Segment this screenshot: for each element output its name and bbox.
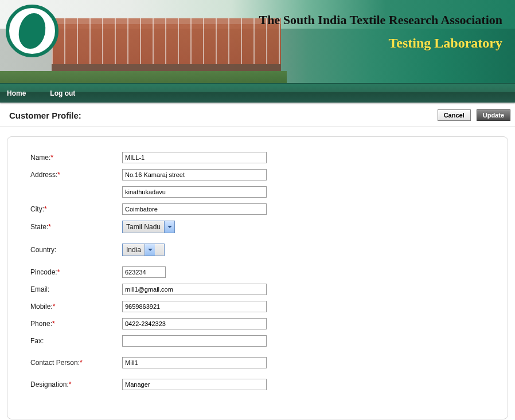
nav-logout[interactable]: Log out <box>50 89 87 97</box>
label-email: Email: <box>30 285 122 293</box>
pincode-input[interactable] <box>122 266 166 278</box>
page-title: Customer Profile: <box>9 111 81 120</box>
chevron-down-icon <box>164 221 174 233</box>
org-subtitle: Testing Laboratory <box>389 36 502 51</box>
address2-input[interactable] <box>122 186 267 198</box>
nav-home[interactable]: Home <box>7 89 37 97</box>
label-name: Name:* <box>30 154 122 162</box>
email-input[interactable] <box>122 284 267 295</box>
country-value: India <box>126 246 141 254</box>
state-select[interactable]: Tamil Nadu <box>122 221 175 233</box>
label-designation: Designation:* <box>30 380 122 388</box>
chevron-down-icon <box>145 244 155 256</box>
designation-input[interactable] <box>122 379 267 390</box>
logo-mark <box>17 13 48 49</box>
fax-input[interactable] <box>122 335 267 347</box>
page-title-row: Customer Profile: Cancel Update <box>0 103 515 127</box>
form-panel: Name:* Address:* City:* State:* Tamil Na… <box>7 136 508 419</box>
label-pincode: Pincode:* <box>30 268 122 276</box>
update-button[interactable]: Update <box>477 109 510 121</box>
country-select[interactable]: India <box>122 244 165 256</box>
label-city: City:* <box>30 205 122 213</box>
label-address: Address:* <box>30 171 122 179</box>
address1-input[interactable] <box>122 169 267 180</box>
label-state: State:* <box>30 223 122 231</box>
cancel-button[interactable]: Cancel <box>438 109 471 121</box>
label-fax: Fax: <box>30 337 122 345</box>
org-title: The South India Textile Research Associa… <box>259 13 502 28</box>
header-banner: The South India Textile Research Associa… <box>0 0 515 84</box>
label-phone: Phone:* <box>30 320 122 328</box>
name-input[interactable] <box>122 152 267 163</box>
state-value: Tamil Nadu <box>126 223 161 231</box>
label-mobile: Mobile:* <box>30 303 122 311</box>
label-contact: Contact Person:* <box>30 359 122 367</box>
action-buttons: Cancel Update <box>438 109 510 121</box>
contact-input[interactable] <box>122 357 267 368</box>
city-input[interactable] <box>122 203 267 215</box>
phone-input[interactable] <box>122 318 267 329</box>
main-nav: Home Log out <box>0 84 515 103</box>
building-illustration <box>52 18 281 71</box>
sitra-logo <box>6 5 58 57</box>
mobile-input[interactable] <box>122 301 267 312</box>
label-country: Country: <box>30 246 122 254</box>
